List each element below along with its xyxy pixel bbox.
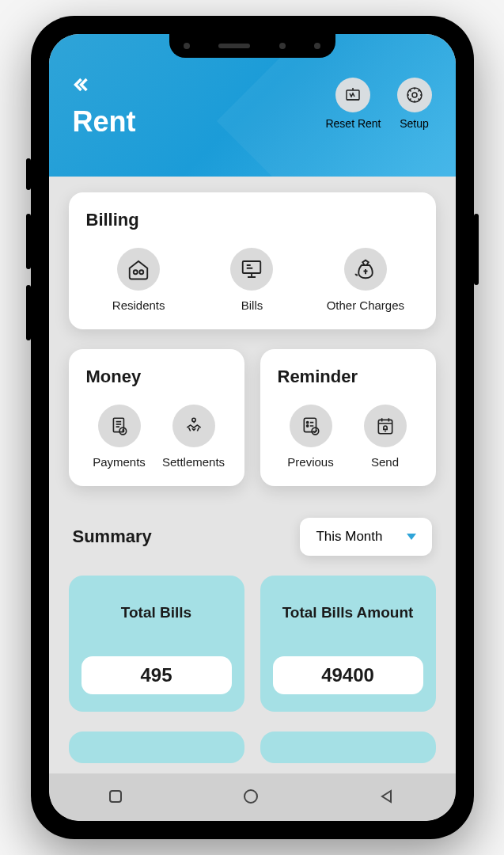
receipt-icon [98, 405, 141, 447]
reset-rent-button[interactable]: Reset Rent [325, 78, 381, 130]
svg-point-11 [306, 425, 308, 427]
svg-rect-0 [347, 90, 359, 100]
home-button[interactable] [241, 787, 262, 808]
svg-point-1 [412, 93, 417, 97]
main-content: Billing Residents Bills [49, 177, 456, 773]
list-icon [290, 405, 332, 447]
svg-rect-9 [304, 418, 316, 431]
partial-card [260, 732, 436, 763]
total-bills-value: 495 [81, 656, 232, 694]
svg-point-15 [244, 790, 257, 803]
residents-button[interactable]: Residents [86, 248, 191, 312]
billing-card: Billing Residents Bills [69, 192, 436, 329]
calendar-bell-icon [364, 405, 407, 447]
setup-button[interactable]: Setup [397, 78, 432, 130]
total-bills-amount-value: 49400 [273, 656, 423, 694]
other-charges-button[interactable]: Other Charges [313, 248, 418, 312]
total-bills-card: Total Bills 495 [69, 576, 244, 712]
send-button[interactable]: Send [352, 405, 419, 469]
svg-rect-14 [110, 791, 121, 802]
handshake-icon [172, 405, 215, 447]
partial-card [69, 732, 244, 763]
reminder-title: Reminder [278, 367, 419, 387]
android-nav [49, 773, 456, 821]
svg-point-2 [407, 88, 422, 102]
svg-point-3 [134, 270, 138, 274]
summary-title: Summary [73, 526, 152, 547]
gear-icon [397, 78, 432, 112]
previous-button[interactable]: Previous [278, 405, 344, 469]
back-nav-button[interactable] [377, 787, 398, 808]
money-card: Money Payments [69, 349, 244, 486]
billing-title: Billing [86, 210, 419, 230]
svg-rect-5 [243, 261, 261, 273]
svg-point-10 [306, 422, 308, 424]
back-button[interactable] [73, 74, 95, 96]
settlements-button[interactable]: Settlements [161, 405, 227, 469]
svg-point-8 [191, 418, 195, 421]
period-dropdown[interactable]: This Month [300, 518, 431, 556]
payments-button[interactable]: Payments [86, 405, 153, 469]
total-bills-amount-card: Total Bills Amount 49400 [260, 576, 436, 712]
money-bag-icon [344, 248, 387, 291]
recents-button[interactable] [106, 787, 127, 808]
money-title: Money [86, 367, 227, 387]
reset-icon [335, 78, 370, 112]
svg-rect-6 [113, 418, 123, 431]
chevron-down-icon [407, 534, 416, 540]
reminder-card: Reminder Previous [260, 349, 436, 486]
monitor-icon [230, 248, 273, 291]
svg-point-4 [139, 270, 143, 274]
bills-button[interactable]: Bills [199, 248, 305, 312]
house-icon [117, 248, 160, 291]
